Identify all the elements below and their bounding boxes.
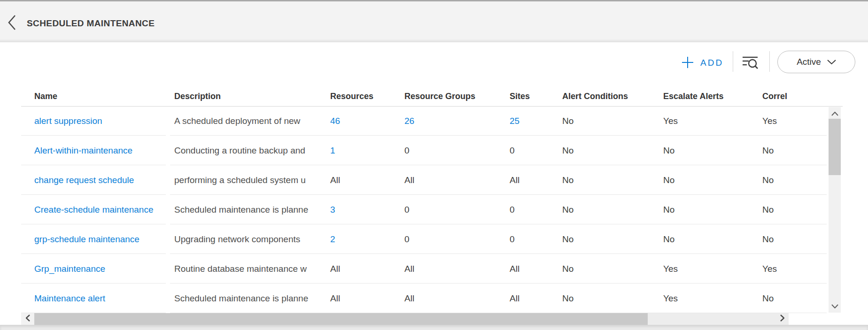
vertical-scrollbar[interactable]	[829, 107, 841, 313]
toolbar-divider	[769, 51, 770, 72]
alert-conditions-value: No	[562, 165, 574, 195]
chevron-down-icon	[831, 302, 838, 310]
sites-count: 0	[510, 195, 515, 224]
table-row: Grp_maintenance Routine database mainten…	[0, 254, 827, 284]
resource-groups-count: 0	[404, 224, 410, 254]
resource-groups-count: All	[404, 165, 414, 195]
plus-icon	[681, 56, 694, 70]
page-bottom-strip	[0, 325, 868, 330]
maintenance-name-link[interactable]: alert suppression	[34, 106, 164, 136]
status-filter-value: Active	[797, 57, 821, 67]
search-with-lines-icon	[741, 65, 759, 72]
scroll-right-button[interactable]	[775, 313, 789, 325]
resource-groups-count: All	[404, 254, 414, 284]
sites-count: 0	[510, 224, 515, 254]
page-header: SCHEDULED MAINTENANCE	[0, 1, 868, 42]
resources-count-link[interactable]: 1	[330, 136, 335, 165]
page-title: SCHEDULED MAINTENANCE	[27, 18, 155, 29]
chevron-left-icon	[7, 26, 18, 33]
column-header-sites: Sites	[510, 92, 530, 101]
chevron-left-icon	[26, 315, 30, 323]
correlate-value: Yes	[762, 106, 827, 136]
resources-count: All	[330, 165, 340, 195]
resources-count-link[interactable]: 46	[330, 106, 340, 136]
sites-count: 0	[510, 136, 515, 165]
resources-count-link[interactable]: 3	[330, 195, 335, 224]
column-header-resource-groups: Resource Groups	[404, 92, 475, 101]
escalate-alerts-value: Yes	[663, 254, 678, 284]
resources-count: All	[330, 284, 340, 313]
table-row: change request schedule performing a sch…	[0, 165, 827, 195]
table-header-row: Name Description Resources Resource Grou…	[21, 87, 843, 107]
escalate-alerts-value: No	[663, 165, 674, 195]
resource-groups-count: All	[404, 284, 414, 313]
resource-groups-count: 0	[404, 195, 410, 224]
toolbar-divider	[733, 51, 733, 72]
content-card: ADD Active Name Description Resources Re…	[0, 42, 868, 325]
alert-conditions-value: No	[562, 136, 574, 165]
table-row: grp-schedule maintenance Upgrading netwo…	[0, 224, 827, 254]
column-header-name: Name	[34, 92, 57, 101]
maintenance-description: Upgrading network components	[174, 224, 310, 254]
correlate-value: No	[762, 284, 827, 313]
maintenance-description: A scheduled deployment of new	[174, 106, 310, 136]
column-header-escalate-alerts: Escalate Alerts	[663, 92, 723, 101]
table-row: alert suppression A scheduled deployment…	[0, 106, 827, 136]
horizontal-scrollbar-thumb[interactable]	[34, 313, 648, 325]
sites-count-link[interactable]: 25	[510, 106, 519, 136]
column-header-alert-conditions: Alert Conditions	[562, 92, 628, 101]
alert-conditions-value: No	[562, 224, 574, 254]
correlate-value: No	[762, 165, 827, 195]
add-button[interactable]: ADD	[681, 53, 723, 73]
correlate-value: Yes	[762, 254, 827, 284]
chevron-down-icon	[827, 57, 836, 67]
maintenance-name-link[interactable]: grp-schedule maintenance	[34, 224, 164, 254]
correlate-value: No	[762, 224, 827, 254]
scroll-down-button[interactable]	[829, 300, 841, 312]
sites-count: All	[510, 284, 519, 313]
escalate-alerts-value: Yes	[663, 284, 678, 313]
alert-conditions-value: No	[562, 284, 574, 313]
resource-groups-count-link[interactable]: 26	[404, 106, 414, 136]
horizontal-scrollbar[interactable]	[21, 313, 789, 325]
scroll-left-button[interactable]	[21, 313, 34, 325]
status-filter-dropdown[interactable]: Active	[777, 51, 855, 73]
scroll-up-button[interactable]	[829, 108, 841, 119]
maintenance-name-link[interactable]: Create-schedule maintenance	[34, 195, 164, 224]
back-button[interactable]	[4, 13, 20, 33]
alert-conditions-value: No	[562, 195, 574, 224]
advanced-search-button[interactable]	[740, 54, 760, 72]
maintenance-description: Scheduled maintenance is planne	[174, 195, 310, 224]
resources-count-link[interactable]: 2	[330, 224, 335, 254]
maintenance-name-link[interactable]: Maintenance alert	[34, 284, 164, 313]
table-row: Maintenance alert Scheduled maintenance …	[0, 284, 827, 313]
table-body: alert suppression A scheduled deployment…	[0, 106, 827, 313]
resources-count: All	[330, 254, 340, 284]
column-header-correlate: Correl	[762, 92, 787, 101]
chevron-right-icon	[780, 315, 784, 323]
add-button-label: ADD	[700, 58, 723, 68]
resource-groups-count: 0	[404, 136, 410, 165]
table-row: Alert-within-maintenance Conducting a ro…	[0, 136, 827, 165]
column-header-resources: Resources	[330, 92, 373, 101]
maintenance-name-link[interactable]: Grp_maintenance	[34, 254, 164, 284]
sites-count: All	[510, 165, 519, 195]
table-row: Create-schedule maintenance Scheduled ma…	[0, 195, 827, 224]
correlate-value: No	[762, 195, 827, 224]
correlate-value: No	[762, 136, 827, 165]
maintenance-description: Routine database maintenance w	[174, 254, 310, 284]
maintenance-description: Scheduled maintenance is planne	[174, 284, 310, 313]
maintenance-name-link[interactable]: change request schedule	[34, 165, 164, 195]
chevron-up-icon	[831, 109, 838, 118]
maintenance-name-link[interactable]: Alert-within-maintenance	[34, 136, 164, 165]
column-header-description: Description	[174, 92, 221, 101]
escalate-alerts-value: No	[663, 195, 674, 224]
maintenance-description: Conducting a routine backup and	[174, 136, 310, 165]
maintenance-description: performing a scheduled system u	[174, 165, 310, 195]
escalate-alerts-value: Yes	[663, 106, 678, 136]
escalate-alerts-value: No	[663, 136, 674, 165]
escalate-alerts-value: No	[663, 224, 674, 254]
alert-conditions-value: No	[562, 106, 574, 136]
vertical-scrollbar-thumb[interactable]	[829, 119, 841, 175]
sites-count: All	[510, 254, 519, 284]
